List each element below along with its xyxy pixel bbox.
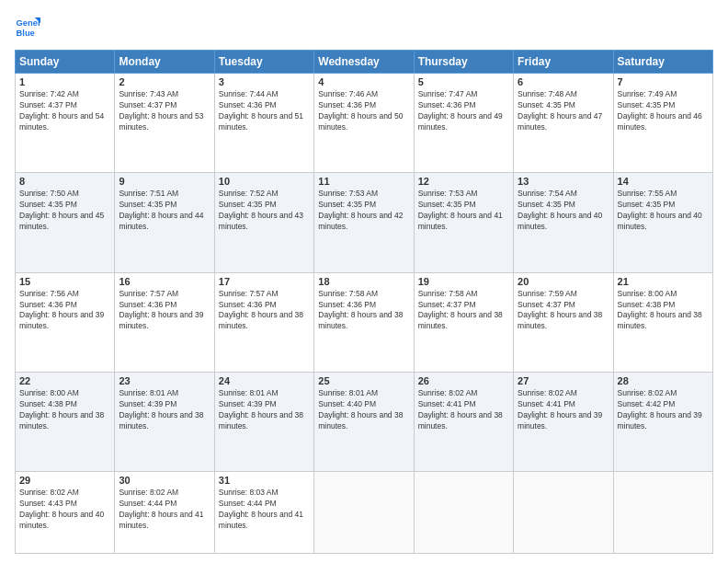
svg-text:General: General (17, 18, 40, 28)
calendar-day-cell (314, 472, 414, 554)
calendar-day-cell: 7 Sunrise: 7:49 AM Sunset: 4:35 PM Dayli… (613, 74, 712, 173)
calendar-table: SundayMondayTuesdayWednesdayThursdayFrid… (15, 50, 713, 554)
day-info: Sunrise: 8:01 AM Sunset: 4:40 PM Dayligh… (318, 388, 409, 432)
day-info: Sunrise: 7:55 AM Sunset: 4:35 PM Dayligh… (618, 189, 709, 233)
day-number: 29 (19, 475, 110, 486)
calendar-day-cell: 23 Sunrise: 8:01 AM Sunset: 4:39 PM Dayl… (115, 372, 214, 471)
weekday-header: Tuesday (214, 51, 313, 74)
day-info: Sunrise: 7:46 AM Sunset: 4:36 PM Dayligh… (318, 89, 409, 133)
calendar-container: General Blue SundayMondayTuesdayWednesda… (0, 0, 728, 563)
calendar-day-cell: 6 Sunrise: 7:48 AM Sunset: 4:35 PM Dayli… (514, 74, 613, 173)
day-number: 24 (219, 375, 310, 386)
day-number: 17 (219, 276, 310, 287)
weekday-header-row: SundayMondayTuesdayWednesdayThursdayFrid… (16, 51, 713, 74)
day-info: Sunrise: 8:01 AM Sunset: 4:39 PM Dayligh… (219, 388, 310, 432)
day-info: Sunrise: 7:51 AM Sunset: 4:35 PM Dayligh… (119, 189, 210, 233)
day-info: Sunrise: 7:42 AM Sunset: 4:37 PM Dayligh… (19, 89, 110, 133)
calendar-day-cell: 25 Sunrise: 8:01 AM Sunset: 4:40 PM Dayl… (314, 372, 414, 471)
calendar-day-cell: 15 Sunrise: 7:56 AM Sunset: 4:36 PM Dayl… (16, 272, 115, 372)
calendar-day-cell (613, 472, 712, 554)
day-info: Sunrise: 8:02 AM Sunset: 4:42 PM Dayligh… (618, 388, 709, 432)
day-number: 27 (518, 375, 609, 386)
calendar-day-cell: 24 Sunrise: 8:01 AM Sunset: 4:39 PM Dayl… (214, 372, 313, 471)
day-info: Sunrise: 8:02 AM Sunset: 4:44 PM Dayligh… (119, 488, 210, 532)
day-info: Sunrise: 7:59 AM Sunset: 4:37 PM Dayligh… (518, 289, 609, 333)
calendar-day-cell: 11 Sunrise: 7:53 AM Sunset: 4:35 PM Dayl… (314, 173, 414, 272)
day-number: 10 (219, 176, 310, 187)
calendar-day-cell: 18 Sunrise: 7:58 AM Sunset: 4:36 PM Dayl… (314, 272, 414, 372)
calendar-day-cell: 16 Sunrise: 7:57 AM Sunset: 4:36 PM Dayl… (115, 272, 214, 372)
day-info: Sunrise: 7:49 AM Sunset: 4:35 PM Dayligh… (618, 89, 709, 133)
calendar-day-cell: 30 Sunrise: 8:02 AM Sunset: 4:44 PM Dayl… (115, 472, 214, 554)
day-number: 21 (618, 276, 709, 287)
day-number: 22 (19, 375, 110, 386)
calendar-day-cell: 12 Sunrise: 7:53 AM Sunset: 4:35 PM Dayl… (414, 173, 513, 272)
day-info: Sunrise: 7:54 AM Sunset: 4:35 PM Dayligh… (518, 189, 609, 233)
weekday-header: Wednesday (314, 51, 414, 74)
weekday-header: Saturday (613, 51, 712, 74)
calendar-day-cell: 29 Sunrise: 8:02 AM Sunset: 4:43 PM Dayl… (16, 472, 115, 554)
weekday-header: Monday (115, 51, 214, 74)
day-info: Sunrise: 7:56 AM Sunset: 4:36 PM Dayligh… (19, 289, 110, 333)
calendar-day-cell: 1 Sunrise: 7:42 AM Sunset: 4:37 PM Dayli… (16, 74, 115, 173)
day-number: 4 (318, 76, 409, 87)
calendar-day-cell: 13 Sunrise: 7:54 AM Sunset: 4:35 PM Dayl… (514, 173, 613, 272)
day-number: 3 (219, 76, 310, 87)
day-info: Sunrise: 7:57 AM Sunset: 4:36 PM Dayligh… (119, 289, 210, 333)
day-number: 20 (518, 276, 609, 287)
day-info: Sunrise: 7:58 AM Sunset: 4:37 PM Dayligh… (418, 289, 509, 333)
day-number: 23 (119, 375, 210, 386)
day-info: Sunrise: 7:58 AM Sunset: 4:36 PM Dayligh… (318, 289, 409, 333)
day-number: 11 (318, 176, 409, 187)
day-number: 28 (618, 375, 709, 386)
day-info: Sunrise: 7:44 AM Sunset: 4:36 PM Dayligh… (219, 89, 310, 133)
calendar-week-row: 8 Sunrise: 7:50 AM Sunset: 4:35 PM Dayli… (16, 173, 713, 272)
calendar-day-cell: 28 Sunrise: 8:02 AM Sunset: 4:42 PM Dayl… (613, 372, 712, 471)
calendar-day-cell: 2 Sunrise: 7:43 AM Sunset: 4:37 PM Dayli… (115, 74, 214, 173)
day-info: Sunrise: 8:02 AM Sunset: 4:41 PM Dayligh… (418, 388, 509, 432)
calendar-day-cell: 21 Sunrise: 8:00 AM Sunset: 4:38 PM Dayl… (613, 272, 712, 372)
day-info: Sunrise: 7:52 AM Sunset: 4:35 PM Dayligh… (219, 189, 310, 233)
day-info: Sunrise: 8:03 AM Sunset: 4:44 PM Dayligh… (219, 488, 310, 532)
weekday-header: Sunday (16, 51, 115, 74)
day-info: Sunrise: 7:50 AM Sunset: 4:35 PM Dayligh… (19, 189, 110, 233)
day-info: Sunrise: 7:53 AM Sunset: 4:35 PM Dayligh… (318, 189, 409, 233)
weekday-header: Thursday (414, 51, 513, 74)
day-number: 7 (618, 76, 709, 87)
calendar-day-cell: 10 Sunrise: 7:52 AM Sunset: 4:35 PM Dayl… (214, 173, 313, 272)
day-number: 8 (19, 176, 110, 187)
calendar-day-cell: 8 Sunrise: 7:50 AM Sunset: 4:35 PM Dayli… (16, 173, 115, 272)
calendar-day-cell: 26 Sunrise: 8:02 AM Sunset: 4:41 PM Dayl… (414, 372, 513, 471)
calendar-day-cell: 19 Sunrise: 7:58 AM Sunset: 4:37 PM Dayl… (414, 272, 513, 372)
day-number: 6 (518, 76, 609, 87)
logo-icon: General Blue (15, 15, 40, 40)
day-number: 31 (219, 475, 310, 486)
calendar-day-cell: 31 Sunrise: 8:03 AM Sunset: 4:44 PM Dayl… (214, 472, 313, 554)
day-number: 30 (119, 475, 210, 486)
calendar-day-cell: 17 Sunrise: 7:57 AM Sunset: 4:36 PM Dayl… (214, 272, 313, 372)
calendar-day-cell: 27 Sunrise: 8:02 AM Sunset: 4:41 PM Dayl… (514, 372, 613, 471)
day-number: 5 (418, 76, 509, 87)
day-info: Sunrise: 7:48 AM Sunset: 4:35 PM Dayligh… (518, 89, 609, 133)
calendar-day-cell: 4 Sunrise: 7:46 AM Sunset: 4:36 PM Dayli… (314, 74, 414, 173)
calendar-week-row: 22 Sunrise: 8:00 AM Sunset: 4:38 PM Dayl… (16, 372, 713, 471)
calendar-day-cell: 5 Sunrise: 7:47 AM Sunset: 4:36 PM Dayli… (414, 74, 513, 173)
weekday-header: Friday (514, 51, 613, 74)
calendar-week-row: 1 Sunrise: 7:42 AM Sunset: 4:37 PM Dayli… (16, 74, 713, 173)
day-number: 12 (418, 176, 509, 187)
day-number: 2 (119, 76, 210, 87)
day-info: Sunrise: 7:57 AM Sunset: 4:36 PM Dayligh… (219, 289, 310, 333)
day-info: Sunrise: 8:02 AM Sunset: 4:41 PM Dayligh… (518, 388, 609, 432)
day-number: 25 (318, 375, 409, 386)
day-info: Sunrise: 8:01 AM Sunset: 4:39 PM Dayligh… (119, 388, 210, 432)
day-info: Sunrise: 8:00 AM Sunset: 4:38 PM Dayligh… (618, 289, 709, 333)
logo: General Blue (15, 15, 40, 40)
calendar-week-row: 15 Sunrise: 7:56 AM Sunset: 4:36 PM Dayl… (16, 272, 713, 372)
day-number: 13 (518, 176, 609, 187)
day-number: 14 (618, 176, 709, 187)
day-number: 15 (19, 276, 110, 287)
day-number: 18 (318, 276, 409, 287)
day-number: 16 (119, 276, 210, 287)
calendar-day-cell (414, 472, 513, 554)
day-info: Sunrise: 8:02 AM Sunset: 4:43 PM Dayligh… (19, 488, 110, 532)
